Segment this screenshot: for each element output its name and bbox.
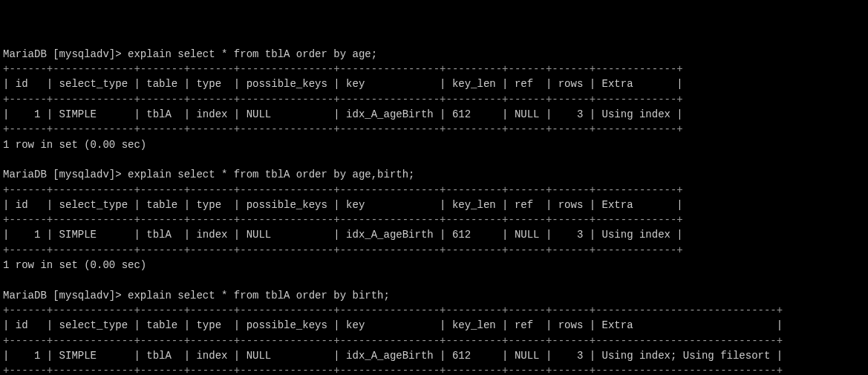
header-row-0: | id | select_type | table | type | poss… (3, 78, 683, 90)
data-row-2: | 1 | SIMPLE | tblA | index | NULL | idx… (3, 350, 783, 362)
divider-1-bot: +------+-------------+-------+-------+--… (3, 244, 683, 256)
divider-0-top: +------+-------------+-------+-------+--… (3, 63, 683, 75)
prompt-1: MariaDB [mysqladv]> (3, 169, 128, 180)
header-row-1: | id | select_type | table | type | poss… (3, 199, 683, 211)
prompt-0: MariaDB [mysqladv]> (3, 48, 128, 60)
divider-2-mid: +------+-------------+-------+-------+--… (3, 335, 783, 347)
divider-0-bot: +------+-------------+-------+-------+--… (3, 123, 683, 135)
footer-0: 1 row in set (0.00 sec) (3, 139, 146, 151)
divider-2-bot: +------+-------------+-------+-------+--… (3, 365, 783, 375)
divider-1-mid: +------+-------------+-------+-------+--… (3, 214, 683, 226)
command-1: explain select * from tblA order by age,… (128, 169, 414, 180)
data-row-1: | 1 | SIMPLE | tblA | index | NULL | idx… (3, 229, 683, 241)
terminal-output: MariaDB [mysqladv]> explain select * fro… (3, 47, 865, 375)
divider-0-mid: +------+-------------+-------+-------+--… (3, 94, 683, 105)
data-row-0: | 1 | SIMPLE | tblA | index | NULL | idx… (3, 108, 683, 120)
header-row-2: | id | select_type | table | type | poss… (3, 319, 783, 331)
divider-2-top: +------+-------------+-------+-------+--… (3, 304, 783, 316)
divider-1-top: +------+-------------+-------+-------+--… (3, 184, 683, 196)
prompt-2: MariaDB [mysqladv]> (3, 290, 128, 301)
command-0: explain select * from tblA order by age; (128, 48, 377, 60)
footer-1: 1 row in set (0.00 sec) (3, 259, 146, 271)
command-2: explain select * from tblA order by birt… (128, 290, 390, 301)
